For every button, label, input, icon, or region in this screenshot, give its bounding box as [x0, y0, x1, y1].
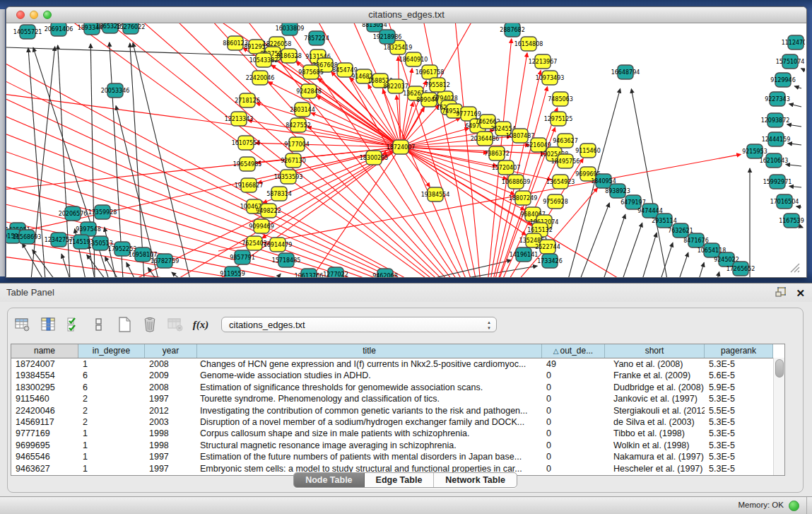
svg-text:9227343: 9227343 [765, 96, 790, 103]
column-header-pagerank[interactable]: pagerank [705, 344, 773, 358]
svg-text:2718126: 2718126 [235, 98, 260, 104]
graph-node[interactable]: 9119559 [220, 267, 245, 277]
table-cell: 1 [78, 440, 145, 451]
tab-network-table[interactable]: Network Table [434, 473, 517, 487]
table-settings-button[interactable] [13, 315, 32, 334]
graph-node[interactable]: 17359928 [88, 205, 117, 219]
graph-node[interactable]: 16914479 [264, 238, 293, 252]
column-header-in_degree[interactable]: in_degree [78, 344, 145, 358]
select-column-button[interactable] [39, 315, 57, 334]
graph-node[interactable]: 11124703 [782, 35, 805, 49]
new-table-button[interactable] [115, 315, 134, 334]
graph-node[interactable]: 20053346 [101, 83, 130, 98]
graph-node[interactable]: 5878314 [266, 187, 292, 201]
network-window-titlebar[interactable]: citations_edges.txt [6, 7, 806, 23]
graph-node[interactable]: 10613766 [295, 269, 324, 277]
graph-node[interactable]: 9215953 [742, 144, 767, 158]
svg-text:9242848: 9242848 [296, 88, 322, 95]
graph-node[interactable]: 18300295 [360, 151, 389, 165]
column-header-year[interactable]: year [145, 344, 197, 358]
graph-node[interactable]: 15720407 [492, 160, 521, 175]
graph-node[interactable]: 17016504 [770, 194, 799, 209]
close-panel-icon[interactable]: ✕ [796, 287, 805, 300]
graph-node[interactable]: 9462068 [372, 269, 398, 277]
graph-node[interactable]: 12093872 [761, 113, 790, 127]
table-row[interactable]: 946554611997Estimation of the future num… [11, 451, 784, 462]
graph-node[interactable]: 7857224 [304, 31, 329, 45]
graph-node[interactable]: 10973493 [536, 71, 565, 85]
column-header-short[interactable]: short [605, 344, 705, 358]
graph-node[interactable]: 15718485 [272, 253, 301, 267]
graph-node[interactable]: 9267130 [281, 153, 306, 168]
graph-node[interactable]: 9227343 [765, 92, 790, 106]
table-row[interactable]: 1938455462009Genome-wide association stu… [11, 370, 784, 381]
graph-node[interactable]: 9115460 [575, 144, 601, 158]
graph-node[interactable]: 16210643 [760, 153, 789, 168]
graph-node[interactable]: 9857791 [230, 250, 255, 264]
svg-text:2522744: 2522744 [535, 244, 560, 250]
graph-node[interactable]: 13654923 [546, 175, 575, 189]
table-row[interactable]: 969969511998Structural magnetic resonanc… [11, 440, 784, 451]
table-row[interactable]: 1456911722003Disruption of a novel membe… [11, 416, 784, 428]
table-row[interactable]: 1872400712008Changes of HCN gene express… [11, 358, 784, 370]
tab-node-table[interactable]: Node Table [294, 473, 364, 487]
graph-node[interactable]: 19654985 [233, 157, 262, 171]
graph-node[interactable]: 15992971 [763, 175, 792, 189]
tab-edge-table[interactable]: Edge Table [365, 473, 435, 487]
table-row[interactable]: 2242004622012Investigating the contribut… [11, 405, 784, 416]
graph-node[interactable]: 9397548 [76, 222, 101, 236]
function-builder-button[interactable]: f(x) [192, 315, 210, 334]
node-table: namein_degreeyeartitle△out_de...shortpag… [11, 344, 785, 476]
float-window-icon[interactable] [775, 286, 787, 300]
graph-node[interactable]: 2887682 [500, 23, 525, 37]
select-rows-button[interactable] [64, 315, 83, 334]
graph-node[interactable]: 1277022 [323, 267, 348, 277]
table-cell: Corpus callosum shape and size in male p… [197, 428, 542, 439]
svg-text:5878314: 5878314 [266, 191, 292, 197]
graph-node[interactable]: 16648794 [611, 65, 640, 79]
table-row[interactable]: 1830029562008Estimation of significance … [11, 382, 784, 393]
network-edge [661, 243, 673, 277]
graph-node[interactable]: 9463627 [553, 134, 578, 148]
graph-node[interactable]: 7955812 [425, 78, 450, 92]
svg-text:1615132: 1615132 [527, 227, 553, 233]
graph-node[interactable]: 7386372 [484, 146, 510, 160]
table-row[interactable]: 977716911998Corpus callosum shape and si… [11, 428, 784, 439]
column-header-title[interactable]: title [197, 344, 542, 358]
graph-node[interactable]: 12213967 [529, 54, 558, 69]
graph-node[interactable]: 9756928 [543, 194, 568, 209]
graph-node[interactable]: 1167539 [779, 214, 804, 228]
delete-table-button[interactable] [166, 315, 184, 334]
merge-cells-button[interactable] [90, 315, 108, 334]
table-scrollbar[interactable] [773, 358, 784, 475]
graph-node[interactable]: 16961758 [416, 65, 445, 79]
graph-node[interactable]: 14196141 [510, 247, 539, 262]
graph-node[interactable]: 9129946 [770, 73, 796, 87]
svg-text:2935114: 2935114 [652, 218, 677, 224]
graph-node[interactable]: 1733426 [537, 254, 563, 268]
graph-node[interactable]: 16353593 [274, 170, 303, 184]
table-selector-dropdown[interactable]: citations_edges.txt ▲▼ [221, 317, 497, 332]
graph-node[interactable]: 12444159 [762, 132, 791, 146]
network-edge [604, 214, 625, 277]
table-row[interactable]: 911546021997Tourette syndrome. Phenomeno… [11, 393, 784, 404]
network-canvas[interactable]: 8860123891295518226058982750881863289131… [6, 23, 805, 277]
graph-node[interactable]: 20691406 [45, 23, 73, 36]
graph-node[interactable]: 7485063 [548, 92, 573, 106]
graph-node[interactable]: 16033809 [276, 23, 305, 35]
column-header-name[interactable]: name [11, 344, 78, 358]
svg-text:10543382: 10543382 [249, 57, 278, 64]
graph-node[interactable]: 16154808 [514, 37, 543, 51]
graph-node[interactable]: 16107554 [232, 136, 261, 150]
graph-node[interactable]: 12975125 [544, 112, 573, 126]
graph-node[interactable]: 12213343 [225, 112, 254, 126]
scrollbar-thumb[interactable] [775, 359, 784, 378]
table-cell: 18724007 [11, 358, 78, 370]
delete-rows-button[interactable] [141, 315, 159, 334]
table-cell: 1997 [145, 451, 197, 462]
graph-node[interactable]: 15751074 [776, 54, 805, 69]
column-header-out_de[interactable]: △out_de... [542, 344, 605, 358]
graph-node[interactable]: 19166827 [235, 178, 264, 192]
table-cell: 1 [78, 428, 145, 439]
graph-node[interactable]: 14055721 [13, 25, 42, 39]
